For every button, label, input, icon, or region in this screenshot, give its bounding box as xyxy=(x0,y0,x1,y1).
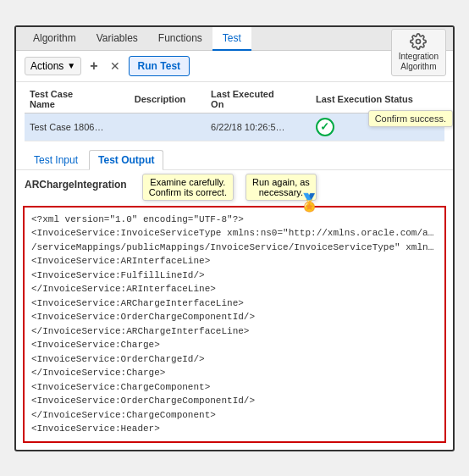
col-header-last-executed: Last ExecutedOn xyxy=(206,86,311,113)
output-line-0: <?xml version="1.0" encoding="UTF-8"?> xyxy=(31,213,438,227)
confirm-tooltip-box: Confirm success. xyxy=(368,110,453,127)
integration-algorithm-label: IntegrationAlgorithm xyxy=(399,52,439,72)
output-line-11: </InvoiceService:Charge> xyxy=(31,366,438,380)
confirm-tooltip-text: Confirm success. xyxy=(368,110,453,127)
actions-label: Actions xyxy=(30,60,63,72)
cell-name: Test Case 1806… xyxy=(25,113,130,141)
col-header-description: Description xyxy=(130,86,206,113)
test-cases-table-section: Test CaseName Description Last ExecutedO… xyxy=(16,86,453,141)
cell-status: ✓ Confirm success. xyxy=(311,113,444,141)
svg-point-0 xyxy=(417,39,421,43)
output-line-14: </InvoiceService:ChargeComponent> xyxy=(31,408,438,423)
tab-algorithm[interactable]: Algorithm xyxy=(23,27,86,51)
sub-tabs: Test Input Test Output xyxy=(16,147,453,170)
output-line-10: <InvoiceService:OrderChargeId/> xyxy=(31,352,438,367)
output-line-8: </InvoiceService:ARChargeInterfaceLine> xyxy=(31,324,438,339)
archarge-integration-label: ARChargeIntegration xyxy=(25,174,127,191)
table-row[interactable]: Test Case 1806… 6/22/18 10:26:5… ✓ Confi… xyxy=(25,113,444,141)
output-line-9: <InvoiceService:Charge> xyxy=(31,338,438,352)
cell-description xyxy=(130,113,206,141)
output-line-4: <InvoiceService:FulfillLineId/> xyxy=(31,268,438,283)
output-line-13: <InvoiceService:OrderChargeComponentId/> xyxy=(31,394,438,408)
output-line-1: <InvoiceService:InvoiceServiceType xmlns… xyxy=(31,226,438,241)
tab-functions[interactable]: Functions xyxy=(148,27,212,51)
sub-tab-test-input[interactable]: Test Input xyxy=(25,150,87,169)
output-line-12: <InvoiceService:ChargeComponent> xyxy=(31,380,438,395)
integration-algorithm-button[interactable]: IntegrationAlgorithm xyxy=(391,29,446,76)
status-ok-icon: ✓ xyxy=(316,118,334,136)
run-test-button[interactable]: Run Test xyxy=(129,56,190,76)
test-cases-table: Test CaseName Description Last ExecutedO… xyxy=(25,86,444,141)
output-line-15: <InvoiceService:Header> xyxy=(31,422,438,436)
gear-icon xyxy=(410,33,427,50)
tooltips-and-label-row: ARChargeIntegration Examine carefully. C… xyxy=(16,170,453,202)
output-line-6: <InvoiceService:ARChargeInterfaceLine> xyxy=(31,296,438,311)
examine-tooltip: Examine carefully. Confirm its correct. xyxy=(142,174,234,201)
examine-tooltip-container: Examine carefully. Confirm its correct. xyxy=(142,174,234,201)
top-nav: Algorithm Variables Functions Test Integ… xyxy=(16,27,453,51)
output-area[interactable]: <?xml version="1.0" encoding="UTF-8"?> <… xyxy=(23,206,446,443)
tab-variables[interactable]: Variables xyxy=(86,27,148,51)
output-line-3: <InvoiceService:ARInterfaceLine> xyxy=(31,254,438,268)
col-header-last-status: Last Execution Status xyxy=(311,86,444,113)
cell-last-executed: 6/22/18 10:26:5… xyxy=(206,113,311,141)
output-line-2: /serviceMappings/publicMappings/InvoiceS… xyxy=(31,241,438,255)
delete-button[interactable]: ✕ xyxy=(107,58,124,75)
output-line-7: <InvoiceService:OrderChargeComponentId/> xyxy=(31,310,438,324)
add-button[interactable]: + xyxy=(86,57,101,75)
tab-test[interactable]: Test xyxy=(212,27,251,51)
toolbar: Actions ▼ + ✕ Run Test xyxy=(16,51,453,82)
col-header-name: Test CaseName xyxy=(25,86,130,113)
actions-dropdown[interactable]: Actions ▼ xyxy=(25,57,81,75)
run-again-tooltip-container: Run again, as necessary. 🏅 xyxy=(246,174,317,201)
dropdown-arrow-icon: ▼ xyxy=(67,61,75,70)
output-line-5: </InvoiceService:ARInterfaceLine> xyxy=(31,282,438,296)
sub-tab-test-output[interactable]: Test Output xyxy=(89,150,163,170)
badge-icon: 🏅 xyxy=(299,192,320,213)
main-container: Algorithm Variables Functions Test Integ… xyxy=(14,25,455,451)
